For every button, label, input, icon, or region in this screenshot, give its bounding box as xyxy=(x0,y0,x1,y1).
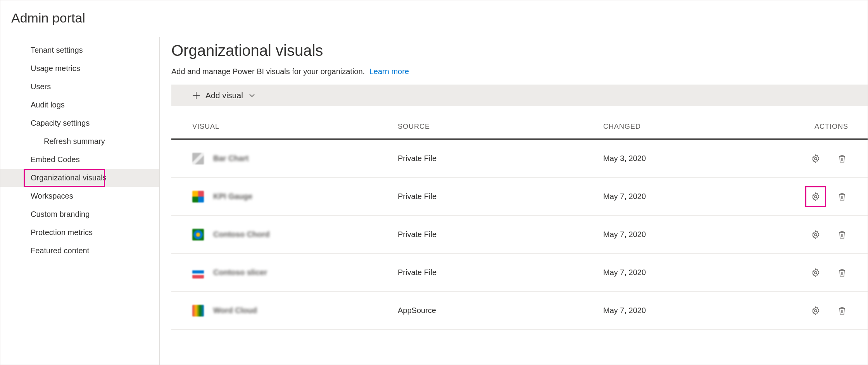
settings-button[interactable] xyxy=(809,304,823,318)
table-row: Contoso ChordPrivate FileMay 7, 2020 xyxy=(171,216,868,254)
actions-cell xyxy=(809,152,860,166)
delete-button[interactable] xyxy=(835,190,849,204)
source-cell: Private File xyxy=(398,192,603,201)
col-visual: VISUAL xyxy=(192,123,398,131)
delete-button[interactable] xyxy=(835,266,849,280)
actions-cell xyxy=(809,266,860,280)
svg-point-0 xyxy=(815,157,817,160)
col-source: SOURCE xyxy=(398,123,603,131)
visual-name: Bar Chart xyxy=(213,154,248,163)
actions-cell xyxy=(809,190,860,204)
visual-cell: Contoso Chord xyxy=(192,229,398,240)
sidebar-item-capacity-settings[interactable]: Capacity settings xyxy=(0,114,159,132)
source-cell: Private File xyxy=(398,230,603,239)
visual-name: Contoso Chord xyxy=(213,230,270,239)
page-subtitle-text: Add and manage Power BI visuals for your… xyxy=(171,67,365,76)
sidebar-item-audit-logs[interactable]: Audit logs xyxy=(0,96,159,114)
settings-button[interactable] xyxy=(809,190,823,204)
sidebar-item-label: Custom branding xyxy=(31,210,90,218)
admin-portal-app: Admin portal Tenant settingsUsage metric… xyxy=(0,0,868,365)
visual-name: Word Cloud xyxy=(213,306,257,315)
col-changed: CHANGED xyxy=(603,123,809,131)
add-visual-label: Add visual xyxy=(205,91,243,100)
visual-cell: KPI Gauge xyxy=(192,191,398,202)
delete-button[interactable] xyxy=(835,228,849,242)
svg-point-4 xyxy=(815,310,817,312)
sidebar-item-usage-metrics[interactable]: Usage metrics xyxy=(0,59,159,78)
chevron-down-icon xyxy=(248,92,255,99)
delete-button[interactable] xyxy=(835,304,849,318)
visual-thumbnail-icon xyxy=(192,229,204,240)
sidebar-item-refresh-summary[interactable]: Refresh summary xyxy=(0,132,159,150)
table-header: VISUAL SOURCE CHANGED ACTIONS xyxy=(171,113,868,140)
trash-icon xyxy=(838,192,846,201)
plus-icon xyxy=(192,92,200,99)
col-actions: ACTIONS xyxy=(809,123,860,131)
table-row: Bar ChartPrivate FileMay 3, 2020 xyxy=(171,140,868,178)
main-content: Organizational visuals Add and manage Po… xyxy=(160,37,868,365)
sidebar-item-label: Capacity settings xyxy=(31,119,90,127)
visual-thumbnail-icon xyxy=(192,305,204,317)
settings-button[interactable] xyxy=(809,266,823,280)
settings-button[interactable] xyxy=(809,228,823,242)
svg-point-3 xyxy=(815,272,817,274)
visual-cell: Bar Chart xyxy=(192,153,398,164)
page-title: Organizational visuals xyxy=(171,42,868,59)
sidebar-item-label: Featured content xyxy=(31,246,89,255)
sidebar-item-label: Protection metrics xyxy=(31,228,93,237)
changed-cell: May 3, 2020 xyxy=(603,154,809,163)
sidebar-item-label: Audit logs xyxy=(31,100,65,109)
table-row: Word CloudAppSourceMay 7, 2020 xyxy=(171,292,868,330)
learn-more-link[interactable]: Learn more xyxy=(369,67,409,76)
table-row: KPI GaugePrivate FileMay 7, 2020 xyxy=(171,178,868,216)
sidebar-item-custom-branding[interactable]: Custom branding xyxy=(0,205,159,223)
visual-name: Contoso slicer xyxy=(213,268,267,277)
settings-button[interactable] xyxy=(809,152,823,166)
trash-icon xyxy=(838,230,846,239)
sidebar-item-label: Refresh summary xyxy=(44,137,105,145)
sidebar-item-label: Organizational visuals xyxy=(31,173,107,182)
changed-cell: May 7, 2020 xyxy=(603,230,809,239)
add-visual-button[interactable]: Add visual xyxy=(171,85,868,106)
visuals-table: VISUAL SOURCE CHANGED ACTIONS Bar ChartP… xyxy=(171,113,868,330)
sidebar-item-label: Embed Codes xyxy=(31,155,80,164)
svg-point-1 xyxy=(815,195,817,198)
table-row: Contoso slicerPrivate FileMay 7, 2020 xyxy=(171,254,868,292)
trash-icon xyxy=(838,268,846,277)
sidebar-item-users[interactable]: Users xyxy=(0,78,159,96)
gear-icon xyxy=(811,230,820,239)
source-cell: Private File xyxy=(398,154,603,163)
table-body: Bar ChartPrivate FileMay 3, 2020KPI Gaug… xyxy=(171,140,868,330)
gear-icon xyxy=(811,154,820,163)
sidebar-item-organizational-visuals[interactable]: Organizational visuals xyxy=(0,169,159,187)
changed-cell: May 7, 2020 xyxy=(603,306,809,315)
gear-icon xyxy=(811,268,820,277)
sidebar-item-tenant-settings[interactable]: Tenant settings xyxy=(0,41,159,59)
sidebar-item-featured-content[interactable]: Featured content xyxy=(0,242,159,260)
trash-icon xyxy=(838,306,846,315)
sidebar-item-protection-metrics[interactable]: Protection metrics xyxy=(0,223,159,242)
page-subtitle: Add and manage Power BI visuals for your… xyxy=(171,67,868,76)
actions-cell xyxy=(809,228,860,242)
gear-icon xyxy=(811,306,820,315)
delete-button[interactable] xyxy=(835,152,849,166)
visual-name: KPI Gauge xyxy=(213,192,252,201)
sidebar-nav: Tenant settingsUsage metricsUsersAudit l… xyxy=(0,37,160,365)
visual-cell: Word Cloud xyxy=(192,305,398,317)
sidebar-item-workspaces[interactable]: Workspaces xyxy=(0,187,159,205)
sidebar-item-embed-codes[interactable]: Embed Codes xyxy=(0,150,159,169)
trash-icon xyxy=(838,154,846,163)
body: Tenant settingsUsage metricsUsersAudit l… xyxy=(0,37,868,365)
visual-thumbnail-icon xyxy=(192,153,204,164)
actions-cell xyxy=(809,304,860,318)
visual-thumbnail-icon xyxy=(192,267,204,279)
source-cell: AppSource xyxy=(398,306,603,315)
changed-cell: May 7, 2020 xyxy=(603,192,809,201)
source-cell: Private File xyxy=(398,268,603,277)
gear-icon xyxy=(811,192,820,201)
svg-point-2 xyxy=(815,234,817,236)
portal-title: Admin portal xyxy=(0,0,868,37)
changed-cell: May 7, 2020 xyxy=(603,268,809,277)
sidebar-item-label: Usage metrics xyxy=(31,64,80,73)
visual-cell: Contoso slicer xyxy=(192,267,398,279)
